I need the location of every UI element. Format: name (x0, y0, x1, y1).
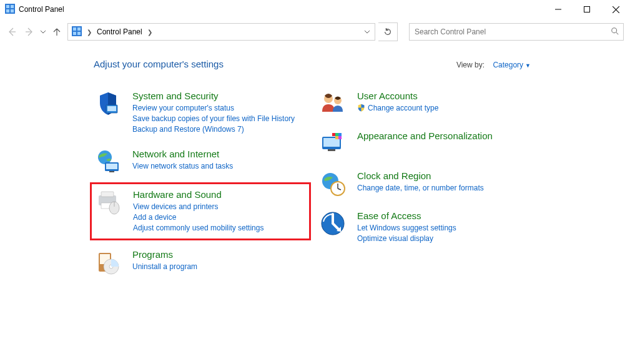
category-sublink[interactable]: Optimize visual display (357, 234, 456, 244)
svg-rect-41 (335, 136, 338, 139)
title-bar: Control Panel (0, 0, 630, 19)
svg-rect-25 (101, 192, 114, 197)
category-sublink[interactable]: Uninstall a program (132, 262, 197, 272)
window-title: Control Panel (19, 5, 64, 14)
nav-bar: ❯ Control Panel ❯ (0, 19, 630, 47)
category-title[interactable]: Appearance and Personalization (357, 130, 493, 142)
close-button[interactable] (601, 0, 630, 19)
svg-line-17 (616, 32, 619, 34)
people-icon (320, 91, 346, 117)
svg-rect-14 (73, 32, 76, 35)
address-icon (72, 26, 82, 38)
app-icon (5, 4, 15, 16)
minimize-button[interactable] (544, 0, 573, 19)
recent-locations-button[interactable] (40, 24, 46, 39)
category-title[interactable]: Ease of Access (357, 210, 456, 222)
category-appearance-personalization: Appearance and Personalization (318, 129, 531, 158)
category-sublink[interactable]: Backup and Restore (Windows 7) (132, 124, 295, 135)
content-area: Adjust your computer's settings View by:… (0, 47, 630, 288)
category-sublink[interactable]: Adjust commonly used mobility settings (133, 223, 263, 234)
svg-rect-36 (323, 138, 340, 147)
category-sublink[interactable]: Save backup copies of your files with Fi… (132, 114, 295, 124)
up-button[interactable] (50, 24, 64, 39)
category-title[interactable]: Hardware and Sound (133, 189, 263, 200)
svg-rect-13 (77, 27, 81, 31)
monitor-colors-icon (320, 130, 346, 157)
category-sublink[interactable]: Change date, time, or number formats (357, 183, 484, 194)
dropdown-arrow-icon[interactable]: ▼ (525, 62, 531, 69)
page-heading: Adjust your computer's settings (94, 59, 224, 69)
categories-left-column: System and Security Review your computer… (94, 89, 306, 288)
category-sublink[interactable]: Add a device (133, 212, 263, 223)
svg-rect-1 (6, 5, 9, 8)
globe-monitor-icon (95, 149, 121, 175)
category-clock-region: Clock and Region Change date, time, or n… (318, 169, 531, 198)
svg-rect-42 (338, 136, 342, 139)
search-box[interactable] (409, 23, 624, 41)
svg-rect-23 (109, 171, 114, 172)
category-system-security: System and Security Review your computer… (94, 89, 306, 136)
printer-mouse-icon (96, 189, 122, 215)
uac-shield-icon (357, 104, 365, 114)
view-by-control[interactable]: View by: Category▼ (456, 61, 531, 69)
search-input[interactable] (413, 27, 611, 37)
category-ease-of-access: Ease of Access Let Windows suggest setti… (318, 209, 531, 245)
svg-rect-6 (584, 7, 590, 12)
category-title[interactable]: Network and Internet (132, 149, 233, 160)
svg-rect-4 (11, 9, 14, 12)
svg-rect-39 (335, 133, 338, 136)
category-sublink[interactable]: View network status and tasks (132, 161, 233, 172)
view-by-label: View by: (456, 61, 485, 69)
category-sublink[interactable]: Let Windows suggest settings (357, 223, 456, 234)
category-title[interactable]: Programs (132, 249, 197, 260)
category-programs: Programs Uninstall a program (94, 248, 306, 277)
svg-rect-12 (73, 27, 76, 31)
back-button[interactable] (5, 24, 19, 39)
clock-globe-icon (320, 170, 346, 197)
highlight-box: Hardware and Sound View devices and prin… (90, 182, 311, 240)
address-history-dropdown[interactable] (361, 29, 373, 35)
svg-rect-38 (332, 133, 335, 136)
category-sublink[interactable]: Change account type (368, 103, 438, 114)
categories-right-column: User Accounts Change account type (318, 89, 531, 288)
breadcrumb-arrow-icon[interactable]: ❯ (84, 29, 94, 36)
search-icon[interactable] (611, 27, 619, 37)
category-network-internet: Network and Internet View network status… (94, 147, 306, 176)
category-title[interactable]: User Accounts (357, 91, 438, 102)
breadcrumb-root[interactable]: Control Panel (94, 27, 145, 36)
category-title[interactable]: Clock and Region (357, 170, 484, 182)
svg-rect-40 (338, 133, 342, 136)
category-user-accounts: User Accounts Change account type (318, 89, 531, 118)
svg-rect-3 (6, 9, 9, 12)
view-by-value[interactable]: Category (493, 61, 523, 69)
category-sublink[interactable]: Review your computer's status (132, 103, 295, 114)
svg-point-16 (612, 27, 617, 32)
forward-button[interactable] (22, 24, 36, 39)
ease-of-access-icon (320, 210, 346, 237)
address-bar[interactable]: ❯ Control Panel ❯ (67, 23, 375, 41)
disc-box-icon (95, 249, 121, 275)
category-title[interactable]: System and Security (132, 91, 295, 102)
maximize-button[interactable] (573, 0, 601, 19)
svg-rect-19 (107, 106, 116, 111)
svg-rect-2 (11, 5, 14, 8)
svg-rect-15 (77, 32, 81, 35)
breadcrumb-arrow-icon[interactable]: ❯ (145, 29, 155, 36)
svg-rect-37 (328, 149, 335, 151)
category-sublink[interactable]: View devices and printers (133, 202, 263, 212)
svg-rect-22 (106, 164, 117, 169)
refresh-button[interactable] (378, 22, 398, 41)
shield-computer-icon (95, 91, 121, 117)
category-hardware-sound: Hardware and Sound View devices and prin… (94, 188, 305, 235)
